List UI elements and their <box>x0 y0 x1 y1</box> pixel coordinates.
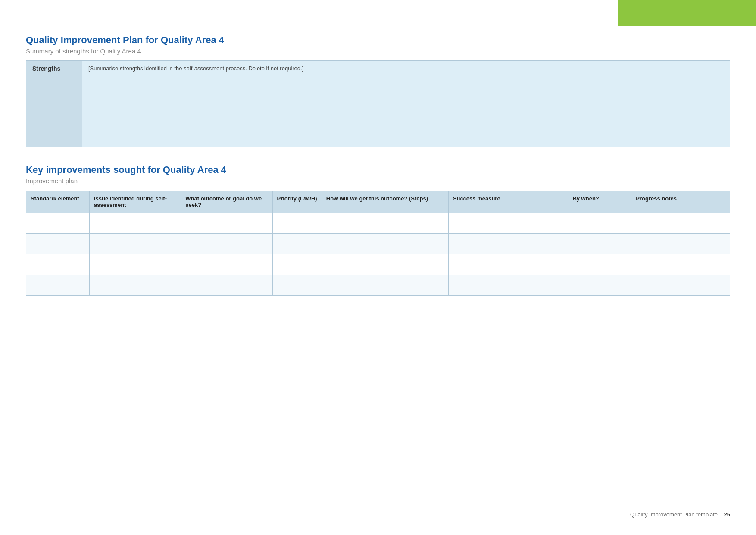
section2-header: Key improvements sought for Quality Area… <box>26 164 730 185</box>
cell-success-3[interactable] <box>448 254 568 275</box>
cell-issue-4[interactable] <box>89 275 181 296</box>
strengths-label: Strengths <box>26 61 82 147</box>
col-header-success: Success measure <box>448 191 568 213</box>
cell-standard-1[interactable] <box>26 213 90 234</box>
cell-success-4[interactable] <box>448 275 568 296</box>
footer-page: 25 <box>724 511 730 518</box>
cell-how-1[interactable] <box>322 213 448 234</box>
cell-priority-1[interactable] <box>272 213 322 234</box>
decorative-green-block <box>618 0 756 26</box>
section2-subtitle: Improvement plan <box>26 177 730 185</box>
col-header-priority: Priority (L/M/H) <box>272 191 322 213</box>
cell-priority-3[interactable] <box>272 254 322 275</box>
cell-bywhen-4[interactable] <box>568 275 631 296</box>
col-header-issue: Issue identified during self-assessment <box>89 191 181 213</box>
table-row <box>26 213 730 234</box>
footer: Quality Improvement Plan template 25 <box>630 511 730 518</box>
section1-title: Quality Improvement Plan for Quality Are… <box>26 34 730 46</box>
col-header-outcome: What outcome or goal do we seek? <box>181 191 272 213</box>
cell-bywhen-1[interactable] <box>568 213 631 234</box>
table-header-row: Standard/ element Issue identified durin… <box>26 191 730 213</box>
table-row <box>26 275 730 296</box>
section1-subtitle: Summary of strengths for Quality Area 4 <box>26 47 730 55</box>
section1-header: Quality Improvement Plan for Quality Are… <box>26 34 730 55</box>
cell-success-1[interactable] <box>448 213 568 234</box>
col-header-bywhen: By when? <box>568 191 631 213</box>
cell-outcome-3[interactable] <box>181 254 272 275</box>
cell-progress-1[interactable] <box>631 213 730 234</box>
cell-issue-2[interactable] <box>89 234 181 254</box>
cell-priority-4[interactable] <box>272 275 322 296</box>
strengths-content[interactable]: [Summarise strengths identified in the s… <box>82 61 730 147</box>
section2-title: Key improvements sought for Quality Area… <box>26 164 730 175</box>
cell-progress-3[interactable] <box>631 254 730 275</box>
cell-outcome-1[interactable] <box>181 213 272 234</box>
cell-progress-2[interactable] <box>631 234 730 254</box>
cell-priority-2[interactable] <box>272 234 322 254</box>
table-row <box>26 234 730 254</box>
cell-bywhen-3[interactable] <box>568 254 631 275</box>
strengths-table: Strengths [Summarise strengths identifie… <box>26 60 730 147</box>
table-row <box>26 254 730 275</box>
cell-bywhen-2[interactable] <box>568 234 631 254</box>
cell-standard-4[interactable] <box>26 275 90 296</box>
cell-issue-1[interactable] <box>89 213 181 234</box>
cell-how-2[interactable] <box>322 234 448 254</box>
cell-progress-4[interactable] <box>631 275 730 296</box>
cell-standard-3[interactable] <box>26 254 90 275</box>
cell-issue-3[interactable] <box>89 254 181 275</box>
cell-success-2[interactable] <box>448 234 568 254</box>
cell-outcome-4[interactable] <box>181 275 272 296</box>
col-header-how: How will we get this outcome? (Steps) <box>322 191 448 213</box>
col-header-standard: Standard/ element <box>26 191 90 213</box>
improvement-table: Standard/ element Issue identified durin… <box>26 191 730 296</box>
cell-how-3[interactable] <box>322 254 448 275</box>
cell-standard-2[interactable] <box>26 234 90 254</box>
col-header-progress: Progress notes <box>631 191 730 213</box>
footer-label: Quality Improvement Plan template <box>630 511 718 518</box>
cell-how-4[interactable] <box>322 275 448 296</box>
cell-outcome-2[interactable] <box>181 234 272 254</box>
